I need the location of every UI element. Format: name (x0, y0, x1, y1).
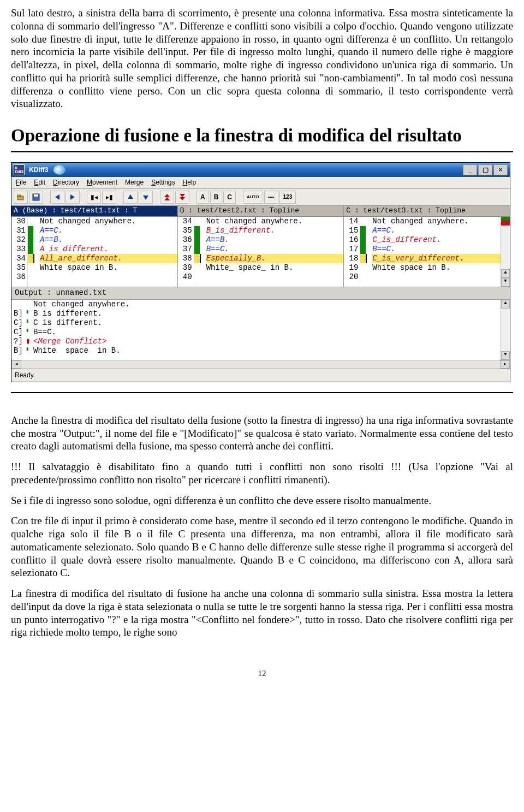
window-titlebar[interactable]: KDiff3 KDiff3 _ ▢ × (11, 163, 510, 177)
paragraph-4: Se i file di ingresso sono solodue, ogni… (11, 494, 513, 507)
pane-c-header[interactable]: C : test/test3.txt : Topline (344, 206, 510, 216)
output-pane: B]C]C]?]B] ▮▮▮▮▮ Not changed anywhere.B … (11, 300, 510, 360)
svg-marker-11 (180, 197, 185, 200)
window-title: KDiff3 (27, 166, 53, 174)
h-scrollbar[interactable]: ◂▸ (11, 360, 510, 369)
tb-choose-c[interactable]: C (223, 191, 236, 204)
paragraph-6: La finestra di modifica del risultato di… (11, 587, 513, 639)
maximize-button[interactable]: ▢ (478, 164, 492, 175)
paragraph-5: Con tre file di input il primo è conside… (11, 514, 513, 579)
pane-overview-scrollbar[interactable]: ▲ ▼ (501, 217, 510, 287)
tb-last-diff-icon[interactable]: ▸▮ (102, 191, 116, 204)
rule-bottom (11, 392, 513, 393)
output-lines[interactable]: Not changed anywhere.B is different.C is… (33, 300, 501, 360)
pane-b-lines: Not changed anywhere.B_is_different.A==B… (206, 217, 344, 287)
tb-save-icon[interactable] (29, 191, 43, 204)
pane-a-header[interactable]: A (Base) : test/test1.txt : T (11, 206, 177, 216)
pane-a-gutter: 30313233343536 (11, 217, 28, 287)
svg-marker-6 (128, 194, 133, 199)
pane-a-marks (28, 217, 40, 287)
output-header: Output : unnamed.txt (11, 287, 510, 300)
tb-down-diff-icon[interactable] (139, 191, 153, 204)
status-bar: Ready. (11, 369, 510, 382)
tb-choose-a[interactable]: A (196, 191, 209, 204)
pane-c-gutter: 14151617181920 (344, 217, 360, 287)
pane-b-header[interactable]: B : test/test2.txt : Topline (178, 206, 344, 216)
tb-choose-b[interactable]: B (210, 191, 223, 204)
section-heading: Operazione di fusione e la finestra di m… (11, 125, 513, 147)
pane-c: C : test/test3.txt : Topline 14151617181… (344, 206, 510, 287)
input-panes: A (Base) : test/test1.txt : T 3031323334… (11, 206, 510, 287)
app-icon: KDiff3 (14, 164, 25, 175)
tb-up-conflict-icon[interactable] (160, 191, 174, 204)
pane-c-marks (360, 217, 372, 287)
svg-rect-3 (34, 194, 38, 197)
menu-bar: File Edit Directory Movement Merge Setti… (11, 177, 510, 189)
tb-open-icon[interactable] (14, 191, 28, 204)
menu-file[interactable]: File (16, 179, 26, 187)
tb-first-diff-icon[interactable]: ▮◂ (87, 191, 101, 204)
tb-next-icon[interactable] (66, 191, 80, 204)
tb-linenum-toggle[interactable]: 123 (279, 191, 296, 204)
menu-edit[interactable]: Edit (34, 179, 45, 187)
tb-prev-icon[interactable] (50, 191, 64, 204)
svg-marker-4 (55, 194, 59, 200)
minimize-button[interactable]: _ (463, 164, 477, 175)
page-number: 12 (11, 668, 513, 679)
paragraph-2: Anche la finestra di modifica del risult… (11, 414, 513, 453)
svg-marker-10 (180, 194, 185, 197)
toolbar: ▮◂ ▸▮ A B C AUTO --- 123 (11, 189, 510, 206)
close-button[interactable]: × (493, 164, 508, 175)
pane-a-lines: Not changed anywhere.A==C.A==B.A_is_diff… (40, 217, 177, 287)
menu-help[interactable]: Help (183, 179, 196, 187)
pane-c-lines: Not changed anywhere.A==C.C_is_different… (372, 217, 501, 287)
pane-b-marks (194, 217, 206, 287)
paragraph-3: !!! Il salvataggio è disabilitato fino a… (11, 460, 513, 487)
svg-marker-8 (164, 194, 170, 197)
output-source-tags: B]C]C]?]B] (11, 300, 26, 360)
rule-top (11, 151, 513, 152)
tb-auto[interactable]: AUTO (243, 191, 263, 204)
menu-settings[interactable]: Settings (151, 179, 175, 187)
tb-down-conflict-icon[interactable] (175, 191, 189, 204)
output-marks: ▮▮▮▮▮ (26, 300, 33, 360)
menu-merge[interactable]: Merge (125, 179, 144, 187)
pane-b-gutter: 34353637383940 (178, 217, 194, 287)
svg-rect-1 (17, 195, 21, 197)
svg-marker-5 (70, 194, 75, 200)
tb-up-diff-icon[interactable] (123, 191, 138, 204)
menu-movement[interactable]: Movement (87, 179, 117, 187)
menu-directory[interactable]: Directory (53, 179, 79, 187)
tb-unsolved[interactable]: --- (264, 191, 278, 204)
swirl-icon (53, 165, 66, 175)
paragraph-1: Sul lato destro, a sinistra della barra … (11, 7, 513, 110)
pane-b: B : test/test2.txt : Topline 34353637383… (178, 206, 344, 287)
output-scrollbar[interactable]: ▲▼ (501, 300, 510, 360)
svg-marker-9 (164, 197, 170, 200)
svg-marker-7 (143, 195, 148, 200)
kdiff3-screenshot: KDiff3 KDiff3 _ ▢ × File Edit Directory … (11, 162, 510, 382)
pane-a: A (Base) : test/test1.txt : T 3031323334… (11, 206, 178, 287)
